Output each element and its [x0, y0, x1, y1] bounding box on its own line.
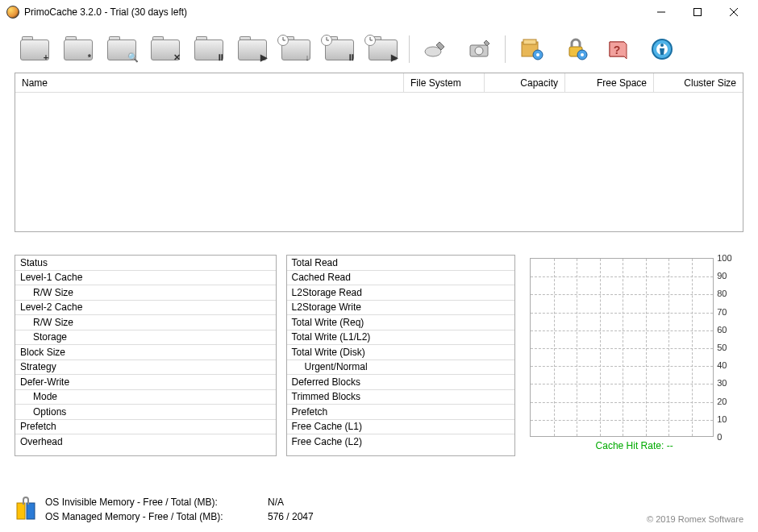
- pause-cache[interactable]: ⏸: [189, 32, 229, 66]
- storage-button[interactable]: [459, 32, 499, 66]
- new-cache-badge-icon: +: [40, 51, 52, 64]
- toolbar-separator: [409, 35, 410, 63]
- property-row: Level-2 Cache: [15, 301, 276, 316]
- property-row: Total Write (Req): [287, 315, 515, 330]
- column-capacity[interactable]: Capacity: [485, 73, 565, 92]
- volumes-table[interactable]: Name File System Capacity Free Space Clu…: [15, 73, 743, 232]
- y-tick: 20: [717, 397, 731, 414]
- column-free-space[interactable]: Free Space: [565, 73, 654, 92]
- y-tick: 50: [717, 343, 731, 360]
- view-cache[interactable]: 🔍: [102, 32, 142, 66]
- svg-rect-1: [693, 9, 701, 16]
- hit-rate-text: Cache Hit Rate:: [596, 440, 664, 451]
- new-cache[interactable]: +: [15, 32, 55, 66]
- property-row: R/W Size: [15, 315, 276, 330]
- property-row: Status: [15, 256, 276, 271]
- resume-defer[interactable]: ▶: [363, 32, 403, 66]
- property-row: Strategy: [15, 360, 276, 376]
- help-button[interactable]: ?: [598, 32, 639, 66]
- minimize-button[interactable]: [643, 0, 679, 24]
- storage-icon: [464, 35, 494, 63]
- property-row: Options: [15, 405, 276, 420]
- titlebar: PrimoCache 3.2.0 - Trial (30 days left): [0, 0, 758, 24]
- toolbar: +*🔍✕⏸▶↓⏸▶?: [0, 24, 758, 73]
- close-button[interactable]: [715, 0, 752, 24]
- invisible-memory-value: N/A: [268, 497, 284, 508]
- property-row: Total Write (Disk): [287, 345, 515, 360]
- svg-point-12: [475, 47, 483, 55]
- invisible-memory-label: OS Invisible Memory - Free / Total (MB):: [45, 495, 268, 509]
- y-tick: 60: [717, 325, 731, 343]
- copyright: © 2019 Romex Software: [647, 514, 743, 524]
- about-icon: [648, 35, 677, 63]
- options-icon: [517, 35, 546, 63]
- property-row: Prefetch: [15, 420, 276, 435]
- property-row: Storage: [15, 330, 276, 346]
- flush-defer[interactable]: ↓: [276, 32, 316, 66]
- property-row: L2Storage Write: [287, 301, 515, 316]
- configure-cache[interactable]: *: [58, 32, 98, 66]
- property-row: Trimmed Blocks: [287, 390, 515, 405]
- property-row: Mode: [15, 390, 276, 405]
- view-cache-badge-icon: 🔍: [127, 51, 140, 64]
- svg-rect-14: [523, 39, 536, 44]
- y-tick: 10: [717, 414, 731, 432]
- cache-graph-panel: 1009080706050403020100 Cache Hit Rate: -…: [525, 255, 743, 456]
- maximize-button[interactable]: [679, 0, 715, 24]
- hit-rate-graph: [530, 258, 714, 437]
- license-button[interactable]: [555, 32, 595, 66]
- delete-cache[interactable]: ✕: [145, 32, 185, 66]
- svg-point-19: [581, 53, 584, 56]
- tools-icon: [421, 35, 450, 63]
- app-icon: [6, 6, 19, 19]
- license-icon: [560, 35, 589, 63]
- window-title: PrimoCache 3.2.0 - Trial (30 days left): [24, 6, 643, 18]
- property-row: Block Size: [15, 345, 276, 360]
- property-row: Overhead: [15, 434, 276, 450]
- property-row: Level-1 Cache: [15, 271, 276, 286]
- memory-icon: [15, 497, 37, 522]
- toolbar-separator: [505, 35, 506, 63]
- table-header: Name File System Capacity Free Space Clu…: [15, 73, 743, 93]
- svg-point-23: [660, 44, 664, 47]
- about-button[interactable]: [642, 32, 682, 66]
- property-row: Total Write (L1/L2): [287, 330, 515, 346]
- hit-rate-value: --: [667, 440, 673, 451]
- tools-button[interactable]: [415, 32, 456, 66]
- resume-cache-badge-icon: ▶: [257, 51, 270, 64]
- cache-stats-panel: Total ReadCached ReadL2Storage ReadL2Sto…: [286, 255, 516, 456]
- configure-cache-badge-icon: *: [83, 51, 96, 64]
- graph-y-axis: 1009080706050403020100: [717, 253, 731, 450]
- flush-defer-badge-icon: ↓: [301, 51, 314, 64]
- svg-point-16: [536, 53, 539, 56]
- column-filesystem[interactable]: File System: [404, 73, 485, 92]
- property-row: L2Storage Read: [287, 285, 515, 301]
- property-row: Defer-Write: [15, 375, 276, 390]
- svg-point-10: [425, 47, 441, 56]
- managed-memory-value: 576 / 2047: [268, 511, 314, 522]
- options-button[interactable]: [511, 32, 552, 66]
- resume-defer-badge-icon: ▶: [388, 51, 401, 64]
- property-row: Prefetch: [287, 405, 515, 420]
- y-tick: 90: [717, 271, 731, 289]
- pause-defer[interactable]: ⏸: [319, 32, 360, 66]
- managed-memory-label: OS Managed Memory - Free / Total (MB):: [45, 509, 268, 524]
- y-tick: 30: [717, 378, 731, 396]
- property-row: R/W Size: [15, 285, 276, 301]
- help-icon: ?: [604, 35, 633, 63]
- pause-defer-badge-icon: ⏸: [344, 51, 357, 64]
- column-cluster-size[interactable]: Cluster Size: [654, 73, 743, 92]
- property-row: Cached Read: [287, 271, 515, 286]
- delete-cache-badge-icon: ✕: [170, 51, 183, 64]
- y-tick: 40: [717, 360, 731, 378]
- svg-rect-24: [17, 503, 25, 519]
- property-row: Deferred Blocks: [287, 375, 515, 390]
- cache-hit-rate-label: Cache Hit Rate: --: [525, 440, 743, 451]
- y-tick: 80: [717, 289, 731, 306]
- pause-cache-badge-icon: ⏸: [214, 51, 227, 64]
- statusbar: OS Invisible Memory - Free / Total (MB):…: [15, 495, 743, 524]
- svg-text:?: ?: [614, 44, 621, 56]
- property-row: Free Cache (L1): [287, 420, 515, 435]
- column-name[interactable]: Name: [15, 73, 404, 92]
- resume-cache[interactable]: ▶: [232, 32, 273, 66]
